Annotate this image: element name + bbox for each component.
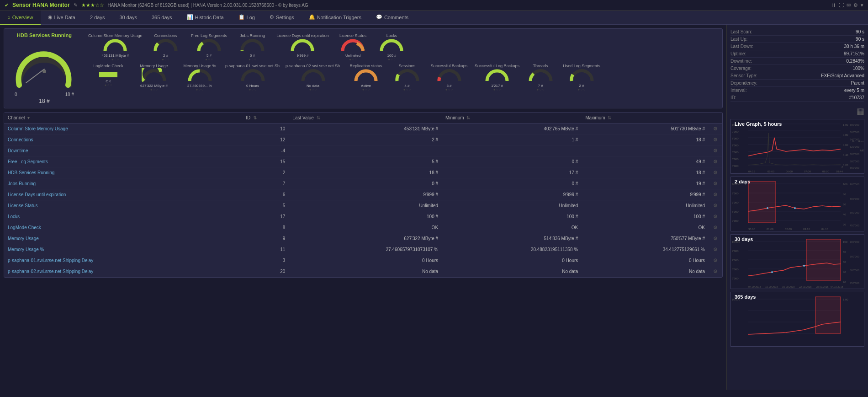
gauge-succ-log-backup: Successful Log Backups 1'217 # ● ○ ○: [472, 63, 522, 92]
row-gear-icon-1[interactable]: ⚙: [713, 137, 718, 142]
channel-link-6[interactable]: License Days until expiration: [8, 192, 66, 197]
td-min-7: Unlimited: [442, 200, 582, 211]
graph-365days-content: 10'000 1.00: [731, 292, 864, 346]
row-gear-icon-0[interactable]: ⚙: [713, 126, 718, 131]
channel-link-13[interactable]: p-saphana-02.swi.srse.net Shipping Delay: [8, 269, 93, 274]
info-row-8: Interval:every 5 m: [730, 87, 864, 94]
nav-comments[interactable]: 💬 Comments: [369, 11, 416, 25]
row-gear-icon-10[interactable]: ⚙: [713, 236, 718, 241]
svg-text:01.09: 01.09: [767, 228, 774, 231]
info-row-2: Last Down:30 h 36 m: [730, 43, 864, 50]
gauge-license-days-label: License Days until expiration: [276, 33, 330, 38]
td-lastval-6: 9'999 #: [289, 189, 442, 200]
gauge-jobs-value: 0 #: [235, 54, 270, 58]
nav-2days[interactable]: 2 days: [83, 11, 112, 25]
th-channel[interactable]: Channel ▾: [4, 113, 242, 123]
td-actions-7: ⚙: [709, 200, 722, 211]
small-gauges-grid: Column Store Memory Usage 453'131 MByte …: [85, 32, 719, 92]
table-row: HDB Services Running 2 18 # 17 # 18 # ⚙: [4, 167, 722, 178]
td-id-3: 15: [242, 156, 289, 167]
settings-icon[interactable]: ⚙: [853, 2, 858, 8]
row-gear-icon-5[interactable]: ⚙: [713, 181, 718, 186]
table-row: Jobs Running 7 0 # 0 # 19 # ⚙: [4, 178, 722, 189]
row-gear-icon-4[interactable]: ⚙: [713, 170, 718, 175]
td-lastval-8: 100 #: [289, 211, 442, 222]
gauge-col-mem-label: Column Store Memory Usage: [88, 33, 143, 38]
channel-link-12[interactable]: p-saphana-01.swi.srse.net Shipping Delay: [8, 258, 93, 263]
channel-link-1[interactable]: Connections: [8, 137, 33, 142]
td-lastval-7: Unlimited: [289, 200, 442, 211]
td-min-8: 100 #: [442, 211, 582, 222]
th-id[interactable]: ID ⇅: [242, 113, 289, 123]
nav-30days[interactable]: 30 days: [112, 11, 144, 25]
th-minimum[interactable]: Minimum ⇅: [442, 113, 582, 123]
th-maximum[interactable]: Maximum ⇅: [582, 113, 709, 123]
nav-overview[interactable]: ○ Overview: [0, 11, 41, 25]
nav-live-data[interactable]: ◉ Live Data: [41, 11, 83, 25]
td-lastval-2: [289, 145, 442, 156]
right-panel: Last Scan:90 sLast Up:90 sLast Down:30 h…: [726, 25, 868, 390]
gauge-connections-value: 2 #: [148, 54, 184, 58]
nav-historic[interactable]: 📊 Historic Data: [180, 11, 231, 25]
gauge-connections-dots: ● ○ ○: [148, 58, 184, 61]
channel-link-0[interactable]: Column Store Memory Usage: [8, 126, 68, 131]
td-actions-0: ⚙: [709, 123, 722, 134]
svg-text:0.60: 0.60: [843, 144, 848, 146]
channel-link-10[interactable]: Memory Usage: [8, 236, 39, 241]
edit-icon[interactable]: ✎: [74, 2, 78, 8]
channel-link-7[interactable]: License Status: [8, 203, 38, 208]
td-max-2: [582, 145, 709, 156]
info-label-0: Last Scan:: [730, 29, 752, 34]
channel-link-9[interactable]: LogMode Check: [8, 225, 41, 230]
nav-settings[interactable]: ⚙ Settings: [262, 11, 302, 25]
svg-text:660'000: 660'000: [850, 131, 860, 134]
nav-log[interactable]: 📋 Log: [231, 11, 262, 25]
gauges-row-3: Successful Backups 3 # ● ○ ○ Successful …: [426, 63, 604, 92]
overview-panel: HDB Services Running 0 18 # 18: [4, 28, 723, 108]
td-actions-2: ⚙: [709, 145, 722, 156]
gauge-col-mem: Column Store Memory Usage 453'131 MByte …: [85, 32, 145, 62]
chevron-down-icon[interactable]: ▾: [861, 2, 863, 8]
nav-notifications[interactable]: 🔔 Notification Triggers: [302, 11, 369, 25]
channel-link-8[interactable]: Locks: [8, 214, 20, 219]
th-last-value[interactable]: Last Value ⇅: [289, 113, 442, 123]
row-gear-icon-11[interactable]: ⚙: [713, 247, 718, 252]
svg-point-88: [803, 265, 805, 267]
gauge-replication-label: Replication status: [346, 64, 386, 68]
channel-link-5[interactable]: Jobs Running: [8, 181, 36, 186]
gauge-used-log-value: 2 #: [561, 84, 602, 88]
nav-365days[interactable]: 365 days: [144, 11, 180, 25]
mail-icon[interactable]: ✉: [847, 2, 851, 8]
historic-nav-icon: 📊: [187, 14, 193, 20]
gauge-license-days: License Days until expiration 9'999 # ● …: [273, 32, 333, 62]
channel-link-4[interactable]: HDB Services Running: [8, 170, 54, 175]
qr-icon[interactable]: ▦: [857, 107, 864, 116]
nav-historic-label: Historic Data: [195, 15, 224, 20]
row-gear-icon-7[interactable]: ⚙: [713, 203, 718, 208]
info-row-5: Coverage:100%: [730, 65, 864, 72]
gauge-used-log-svg: [569, 68, 594, 83]
row-gear-icon-3[interactable]: ⚙: [713, 159, 718, 164]
channel-link-11[interactable]: Memory Usage %: [8, 247, 44, 252]
row-gear-icon-9[interactable]: ⚙: [713, 225, 718, 230]
td-channel-5: Jobs Running: [4, 178, 242, 189]
channel-link-3[interactable]: Free Log Segments: [8, 159, 48, 164]
pause-icon[interactable]: ⏸: [831, 2, 836, 8]
th-last-value-label: Last Value: [292, 115, 314, 120]
graph-30days-svg: 10'000 9'000 7'000 5'000 3'000 100 80 60…: [731, 235, 864, 289]
overview-panel-title: HDB Services Running: [17, 32, 72, 38]
expand-icon[interactable]: ⛶: [839, 2, 844, 8]
row-gear-icon-8[interactable]: ⚙: [713, 214, 718, 219]
row-gear-icon-6[interactable]: ⚙: [713, 192, 718, 197]
td-channel-8: Locks: [4, 211, 242, 222]
row-gear-icon-2[interactable]: ⚙: [713, 148, 718, 153]
gauges-row-1: Column Store Memory Usage 453'131 MByte …: [85, 32, 410, 62]
gauge-psap2-label: p-saphana-02.swi.srse.net Sh...: [286, 64, 340, 68]
star-rating[interactable]: ★★★☆☆: [81, 2, 104, 8]
gauge-mem-usage: Memory Usage 627'322 MByte # ● ○ ○: [131, 63, 177, 92]
channel-link-2[interactable]: Downtime: [8, 148, 28, 153]
row-gear-icon-12[interactable]: ⚙: [713, 258, 718, 263]
row-gear-icon-13[interactable]: ⚙: [713, 268, 718, 274]
nav-30days-label: 30 days: [119, 15, 137, 20]
nav-live-data-label: Live Data: [54, 15, 75, 20]
